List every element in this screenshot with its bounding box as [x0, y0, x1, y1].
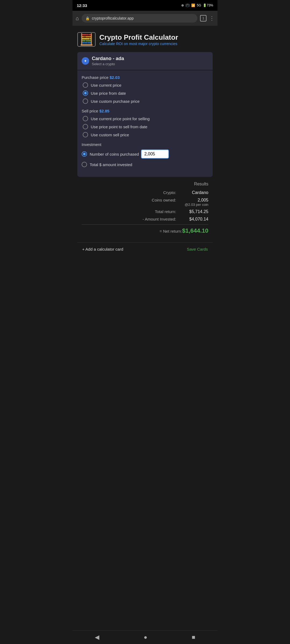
url-bar[interactable]: 🔒 cryptoprofitcalculator.app	[82, 14, 197, 23]
radio-label-current: Use current price	[91, 83, 121, 87]
radio-total-amount[interactable]: Total $ amount invested	[82, 162, 208, 167]
vibrate-icon: 📳	[186, 3, 190, 7]
radio-circle-date	[83, 90, 88, 96]
radio-sell-current[interactable]: Use current price point for selling	[83, 116, 208, 121]
result-net-return-label: = Net return:	[82, 229, 182, 233]
crypto-info: Cardano - ada Select a crypto	[92, 56, 124, 66]
results-title: Results	[82, 182, 208, 186]
main-content: 🧮 Crypto Profit Calculator Calculate ROI…	[73, 26, 218, 281]
radio-label-sell-custom: Use custom sell price	[91, 133, 129, 137]
result-amount-invested-row: - Amount Invested: $4,070.14	[82, 217, 208, 222]
radio-label-total-amount: Total $ amount invested	[90, 162, 132, 167]
signal-icon: 📶	[191, 3, 195, 7]
radio-label-custom: Use custom purchase price	[91, 99, 140, 104]
sell-price-value: $2.85	[99, 109, 110, 113]
add-card-button[interactable]: + Add a calculator card	[82, 247, 123, 251]
radio-circle-current	[83, 82, 88, 88]
browser-bar: ⌂ 🔒 cryptoprofitcalculator.app 1 ⋮	[73, 11, 218, 26]
radio-circle-sell-current	[83, 116, 88, 121]
home-icon[interactable]: ⌂	[76, 15, 79, 21]
crypto-selector[interactable]: ✦ Cardano - ada Select a crypto	[77, 52, 213, 70]
network-type: 5G	[197, 3, 201, 7]
radio-label-date: Use price from date	[91, 91, 126, 96]
app-title-block: Crypto Profit Calculator Calculate ROI o…	[99, 33, 178, 46]
result-net-return-row: = Net return: $1,644.10	[82, 227, 208, 234]
radio-circle-custom	[83, 98, 88, 104]
radio-label-sell-date: Use price point to sell from date	[91, 125, 147, 129]
crypto-logo-icon: ✦	[82, 57, 89, 65]
status-icons: ⊕ 📳 📶 5G 🔋73%	[181, 3, 213, 7]
result-crypto-row: Crypto: Cardano	[82, 190, 208, 195]
result-net-return-value: $1,644.10	[182, 227, 208, 234]
sell-price-label: Sell price $2.85	[82, 109, 208, 113]
result-total-return-label: Total return:	[82, 209, 176, 214]
result-crypto-label: Crypto:	[82, 190, 176, 195]
app-title: Crypto Profit Calculator	[99, 33, 178, 42]
result-coins-label: Coins owned:	[82, 198, 176, 202]
result-coins-row: Coins owned: 2,005 @2.03 per coin	[82, 198, 208, 207]
purchase-price-options: Use current price Use price from date Us…	[82, 82, 208, 104]
purchase-price-label: Purchase price $2.03	[82, 75, 208, 80]
crypto-hint: Select a crypto	[92, 62, 124, 66]
calculator-card: Purchase price $2.03 Use current price U…	[77, 70, 213, 177]
radio-sell-custom[interactable]: Use custom sell price	[83, 132, 208, 137]
save-cards-button[interactable]: Save Cards	[187, 247, 208, 251]
result-per-coin: @2.03 per coin	[176, 203, 208, 207]
calculator-icon: 🧮	[77, 32, 96, 47]
purchase-price-value: $2.03	[110, 75, 120, 80]
result-total-return-row: Total return: $5,714.25	[82, 209, 208, 214]
investment-label: Investment	[82, 142, 208, 147]
result-crypto-value: Cardano	[176, 190, 208, 195]
coins-input[interactable]	[142, 150, 168, 158]
status-time: 12:33	[77, 3, 87, 8]
tab-count[interactable]: 1	[200, 15, 206, 21]
radio-label-num-coins: Number of coins purchased	[90, 152, 139, 156]
radio-use-current-price[interactable]: Use current price	[83, 82, 208, 88]
result-divider	[82, 224, 208, 225]
investment-section: Investment Number of coins purchased Tot…	[82, 142, 208, 167]
radio-circle-num-coins	[82, 151, 87, 157]
radio-sell-date[interactable]: Use price point to sell from date	[83, 124, 208, 129]
results-section: Results Crypto: Cardano Coins owned: 2,0…	[77, 177, 213, 240]
result-total-return-value: $5,714.25	[176, 209, 208, 214]
app-subtitle: Calculate ROI on most major crypto curre…	[99, 42, 178, 46]
radio-num-coins[interactable]: Number of coins purchased	[82, 150, 208, 158]
result-amount-invested-label: - Amount Invested:	[82, 217, 176, 221]
url-text: cryptoprofitcalculator.app	[92, 16, 134, 20]
battery-icon: 🔋73%	[203, 3, 213, 7]
nfc-icon: ⊕	[181, 3, 184, 7]
radio-circle-sell-custom	[83, 132, 88, 137]
result-amount-invested-value: $4,070.14	[176, 217, 208, 222]
radio-label-sell-current: Use current price point for selling	[91, 116, 150, 121]
lock-icon: 🔒	[85, 16, 90, 20]
status-bar: 12:33 ⊕ 📳 📶 5G 🔋73%	[73, 0, 218, 11]
radio-use-custom-price[interactable]: Use custom purchase price	[83, 98, 208, 104]
sell-price-options: Use current price point for selling Use …	[82, 116, 208, 137]
app-header: 🧮 Crypto Profit Calculator Calculate ROI…	[77, 32, 213, 47]
result-coins-value: 2,005	[176, 198, 208, 203]
radio-use-date-price[interactable]: Use price from date	[83, 90, 208, 96]
radio-circle-sell-date	[83, 124, 88, 129]
radio-circle-total-amount	[82, 162, 87, 167]
more-icon[interactable]: ⋮	[209, 15, 214, 21]
crypto-name: Cardano - ada	[92, 56, 124, 61]
bottom-bar: + Add a calculator card Save Cards	[77, 242, 213, 256]
